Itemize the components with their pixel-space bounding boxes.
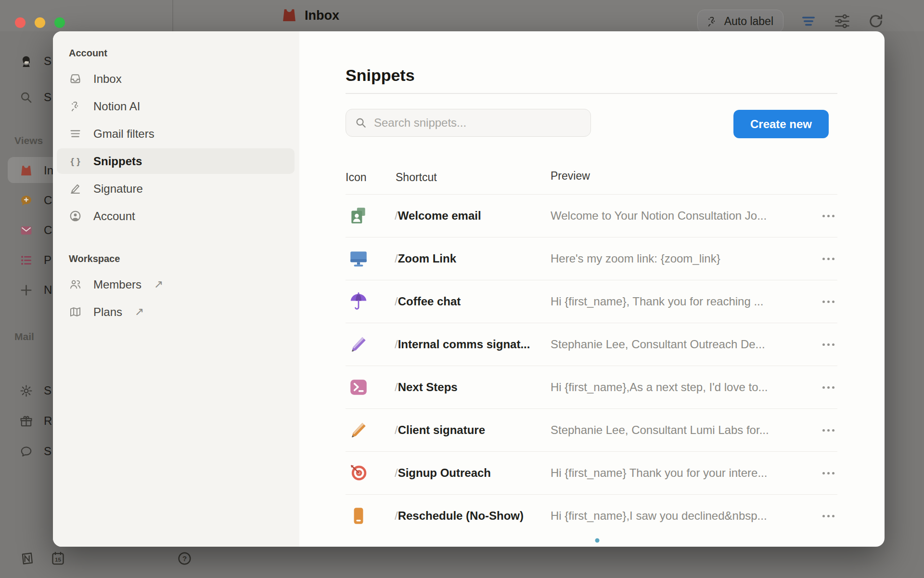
more-options-button[interactable] xyxy=(811,258,837,260)
mail-item-icon xyxy=(19,445,33,459)
more-options-button[interactable] xyxy=(811,343,837,346)
table-row[interactable]: /Next Steps Hi {first_name},As a next st… xyxy=(346,366,837,408)
svg-text:15: 15 xyxy=(55,556,61,563)
notion-logo-icon[interactable] xyxy=(19,551,35,566)
search-input[interactable] xyxy=(374,116,582,130)
view-item-label-partial: In xyxy=(44,164,53,177)
create-new-button[interactable]: Create new xyxy=(733,110,829,138)
table-row[interactable]: /Client signature Stephanie Lee, Consult… xyxy=(346,408,837,451)
more-options-button[interactable] xyxy=(811,515,837,517)
settings-nav-item[interactable]: Members ↗ xyxy=(53,271,299,298)
snippet-icon xyxy=(348,420,369,440)
title-divider xyxy=(346,93,837,94)
settings-nav-item[interactable]: Inbox xyxy=(53,65,299,92)
search-label-partial: S xyxy=(44,91,51,104)
snippet-icon xyxy=(348,377,369,397)
snippet-search-box[interactable] xyxy=(346,109,591,137)
view-item-icon xyxy=(19,164,33,178)
refresh-icon[interactable] xyxy=(867,13,885,30)
table-row[interactable]: /Welcome email Welcome to Your Notion Co… xyxy=(346,194,837,237)
settings-item-icon xyxy=(69,305,82,318)
section-title-account: Account xyxy=(69,48,107,59)
external-link-icon: ↗ xyxy=(135,305,144,318)
snippet-shortcut: Coffee chat xyxy=(398,295,461,308)
more-options-button[interactable] xyxy=(811,472,837,474)
calendar-icon[interactable]: 15 xyxy=(50,551,66,566)
table-row[interactable]: /Coffee chat Hi {first_name}, Thank you … xyxy=(346,280,837,323)
more-options-button[interactable] xyxy=(811,301,837,303)
settings-modal: Account Inbox Notion AI xyxy=(53,31,885,547)
settings-nav-item[interactable]: Notion AI xyxy=(53,92,299,120)
view-item-icon xyxy=(19,194,33,208)
snippet-preview: Stephanie Lee, Consultant Lumi Labs for.… xyxy=(551,423,811,437)
shortcut-slash: / xyxy=(395,338,398,351)
snippet-preview: Hi {first_name},As a next step, I'd love… xyxy=(551,381,811,394)
shortcut-slash: / xyxy=(395,209,398,222)
help-icon[interactable]: ? xyxy=(177,551,192,566)
view-title: Inbox xyxy=(281,7,339,24)
auto-label-button[interactable]: Auto label xyxy=(697,10,783,33)
view-item-icon xyxy=(19,253,33,267)
settings-item-label: Plans xyxy=(93,305,122,319)
snippet-preview: Here's my zoom link: {zoom_link} xyxy=(551,252,811,265)
shortcut-slash: / xyxy=(395,381,398,394)
zoom-window-button[interactable] xyxy=(54,17,65,28)
table-row[interactable]: /Signup Outreach Hi {first_name} Thank y… xyxy=(346,451,837,494)
snippet-shortcut: Signup Outreach xyxy=(398,466,491,479)
table-row[interactable]: /Reschedule (No-Show) Hi {first_name},I … xyxy=(346,494,837,537)
search-icon xyxy=(19,91,33,105)
view-title-text: Inbox xyxy=(305,8,339,23)
shortcut-slash: / xyxy=(395,252,398,265)
view-item-label-partial: N xyxy=(44,283,52,297)
snippet-preview: Hi {first_name} Thank you for your inter… xyxy=(551,466,811,480)
window-controls[interactable] xyxy=(15,17,65,28)
auto-label-text: Auto label xyxy=(724,15,773,28)
table-row[interactable]: /Zoom Link Here's my zoom link: {zoom_li… xyxy=(346,237,837,280)
settings-item-label: Gmail filters xyxy=(93,127,154,141)
section-title-workspace: Workspace xyxy=(69,253,120,264)
search-icon xyxy=(355,117,367,129)
settings-item-label: Signature xyxy=(93,182,143,196)
close-window-button[interactable] xyxy=(15,17,26,28)
view-item-label-partial: P xyxy=(44,253,51,267)
snippet-icon xyxy=(348,249,369,269)
table-row[interactable]: /Internal comms signat... Stephanie Lee,… xyxy=(346,323,837,366)
settings-nav-item[interactable]: { } Snippets xyxy=(53,147,299,175)
column-header-preview: Preview xyxy=(551,170,590,183)
account-settings-list: Inbox Notion AI Gmail filters xyxy=(53,65,299,230)
snippet-shortcut: Next Steps xyxy=(398,381,458,394)
settings-item-icon xyxy=(69,100,82,113)
view-item-label-partial: C xyxy=(44,194,52,207)
workspace-settings-list: Members ↗ Plans ↗ xyxy=(53,271,299,326)
settings-nav-item[interactable]: Signature xyxy=(53,175,299,202)
column-header-icon: Icon xyxy=(346,171,366,184)
settings-nav-item[interactable]: Plans ↗ xyxy=(53,298,299,326)
column-header-shortcut: Shortcut xyxy=(396,171,437,184)
snippet-shortcut: Reschedule (No-Show) xyxy=(398,509,524,522)
minimize-window-button[interactable] xyxy=(35,17,45,28)
shortcut-slash: / xyxy=(395,466,398,479)
settings-item-icon xyxy=(69,210,82,223)
mail-item-label-partial: S xyxy=(44,384,51,397)
more-options-button[interactable] xyxy=(811,429,837,432)
display-settings-icon[interactable] xyxy=(834,13,851,30)
settings-item-icon xyxy=(69,72,82,85)
more-options-button[interactable] xyxy=(811,386,837,389)
views-section-label: Views xyxy=(14,135,43,146)
snippet-shortcut: Welcome email xyxy=(398,209,481,222)
settings-item-label: Account xyxy=(93,210,135,223)
settings-item-label: Members xyxy=(93,278,141,291)
settings-nav-item[interactable]: Account xyxy=(53,202,299,230)
snippet-preview: Welcome to Your Notion Consultation Jo..… xyxy=(551,209,811,223)
settings-content: Snippets Create new Icon Shortcut Previe… xyxy=(299,31,885,547)
settings-item-icon: { } xyxy=(69,155,82,168)
snippet-shortcut: Internal comms signat... xyxy=(398,338,530,351)
snippet-preview: Hi {first_name}, Thank you for reaching … xyxy=(551,295,811,308)
svg-text:?: ? xyxy=(182,554,187,563)
settings-nav-item[interactable]: Gmail filters xyxy=(53,120,299,147)
more-options-button[interactable] xyxy=(811,215,837,217)
filter-icon[interactable] xyxy=(800,13,817,30)
snippet-icon xyxy=(348,463,369,483)
table-header: Icon Shortcut Preview xyxy=(346,171,837,185)
shortcut-slash: / xyxy=(395,509,398,522)
